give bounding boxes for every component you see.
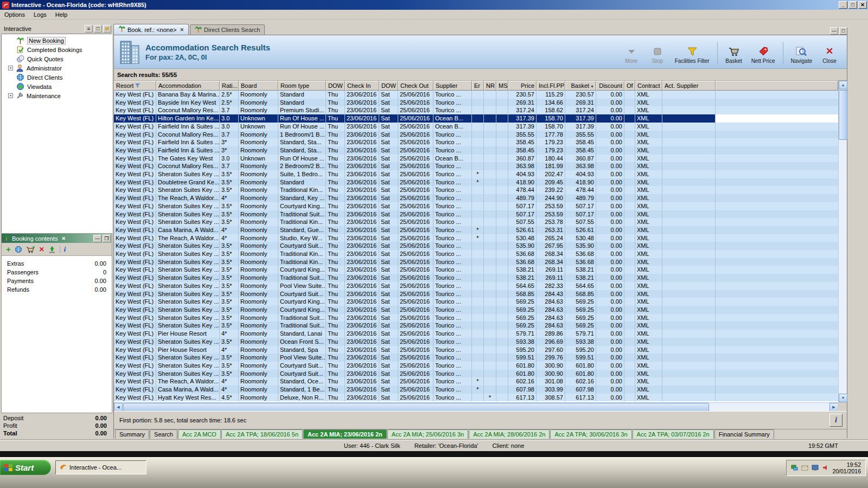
- column-header-0[interactable]: Resort: [114, 81, 156, 91]
- info-button[interactable]: i: [829, 414, 843, 427]
- tray-network-icon[interactable]: [791, 464, 798, 472]
- table-row[interactable]: Key West (FL)Sheraton Suites Key ...3.5*…: [114, 210, 838, 219]
- expand-plus-icon[interactable]: +: [8, 66, 13, 70]
- tab-close-icon[interactable]: ✕: [180, 27, 184, 33]
- delete-item-icon[interactable]: ✕: [39, 246, 44, 253]
- column-header-1[interactable]: Accommodation: [156, 81, 220, 91]
- table-row[interactable]: Key West (FL)Bayside Inn Key West2.5*Roo…: [114, 99, 838, 107]
- h-scroll-thumb[interactable]: [123, 403, 709, 412]
- scroll-down-button[interactable]: ▼: [839, 394, 847, 402]
- table-row[interactable]: Key West (FL)Hilton Garden Inn Ke...3.0U…: [114, 114, 838, 123]
- table-row[interactable]: Key West (FL)Sheraton Suites Key ...3.5*…: [114, 218, 838, 226]
- table-row[interactable]: Key West (FL)The Gates Key West3.0Unknow…: [114, 155, 838, 163]
- list-item-refunds[interactable]: Refunds 0.00: [2, 285, 112, 294]
- stop-button[interactable]: Stop: [646, 44, 669, 66]
- table-row[interactable]: Key West (FL)Sheraton Suites Key ...3.5*…: [114, 202, 838, 210]
- list-item-passengers[interactable]: Passengers 0: [2, 268, 112, 277]
- sidebar-item-new-booking[interactable]: New Booking: [2, 36, 112, 45]
- sidebar-item-direct-clients[interactable]: Direct Clients: [2, 73, 112, 82]
- start-button[interactable]: Start: [0, 460, 51, 475]
- scroll-left-button[interactable]: ◀: [114, 403, 123, 412]
- menu-logs[interactable]: Logs: [29, 11, 51, 18]
- table-row[interactable]: Key West (FL)The Reach, A Waldor...4*Roo…: [114, 194, 838, 202]
- column-header-2[interactable]: Rati...: [220, 81, 239, 91]
- nett-price-button[interactable]: Nett Price: [748, 44, 778, 66]
- basket-button[interactable]: Basket: [722, 44, 746, 66]
- session-tab-6[interactable]: Acc 2A MIA; 28/06/2016 2n: [469, 429, 550, 439]
- table-row[interactable]: Key West (FL)Sheraton Suites Key ...3.5*…: [114, 290, 838, 298]
- table-row[interactable]: Key West (FL)The Reach, A Waldor...4*Roo…: [114, 234, 838, 242]
- panel-switch-icon[interactable]: ⇄: [103, 25, 111, 33]
- tab-booking-ref[interactable]: Book. ref.: <none> ✕: [113, 24, 189, 35]
- column-header-6[interactable]: Check In: [345, 81, 379, 91]
- column-header-7[interactable]: DOW: [379, 81, 398, 91]
- table-row[interactable]: Key West (FL)Coconut Mallory Res...3.7Ro…: [114, 162, 838, 170]
- table-row[interactable]: Key West (FL)Sheraton Suites Key ...3.5*…: [114, 274, 838, 282]
- column-header-12[interactable]: MS: [496, 81, 508, 91]
- panel-maximize-button[interactable]: □: [839, 27, 847, 35]
- table-row[interactable]: Key West (FL)Sheraton Suites Key ...3.5*…: [114, 338, 838, 346]
- column-header-9[interactable]: Supplier: [433, 81, 472, 91]
- column-header-19[interactable]: Act. Supplier: [662, 81, 716, 91]
- table-row[interactable]: Key West (FL)Banana Bay & Marina...2.5*R…: [114, 91, 838, 99]
- table-row[interactable]: Key West (FL)Sheraton Suites Key ...3.5*…: [114, 186, 838, 194]
- column-header-4[interactable]: Room type: [278, 81, 326, 91]
- vertical-scrollbar[interactable]: ▲ ▼: [838, 81, 847, 402]
- list-item-payments[interactable]: Payments 0.00: [2, 277, 112, 285]
- export-up-icon[interactable]: [48, 246, 56, 253]
- column-header-8[interactable]: Check Out: [398, 81, 433, 91]
- filter-icon[interactable]: [135, 82, 140, 89]
- session-tab-0[interactable]: Summary: [115, 429, 149, 439]
- column-header-5[interactable]: DOW: [326, 81, 345, 91]
- table-row[interactable]: Key West (FL)Hyatt Key West Res...4.5*Ro…: [114, 394, 838, 402]
- sidebar-item-quick-quotes[interactable]: Quick Quotes: [2, 54, 112, 63]
- table-row[interactable]: Key West (FL)Sheraton Suites Key ...3.5*…: [114, 362, 838, 370]
- table-row[interactable]: Key West (FL)Sheraton Suites Key ...3.5*…: [114, 298, 838, 306]
- table-row[interactable]: Key West (FL)Fairfield Inn & Suites ...3…: [114, 138, 838, 146]
- table-row[interactable]: Key West (FL)Sheraton Suites Key ...3.5*…: [114, 170, 838, 178]
- table-row[interactable]: Key West (FL)Casa Marina, A Wald...4*Roo…: [114, 386, 838, 394]
- sidebar-item-maintenance[interactable]: + Maintenance: [2, 91, 112, 100]
- taskbar-task-interactive[interactable]: Interactive - Ocea...: [55, 460, 146, 474]
- column-header-15[interactable]: Basket▼: [565, 81, 596, 91]
- column-header-10[interactable]: Er: [472, 81, 484, 91]
- session-tab-9[interactable]: Financial Summary: [714, 429, 774, 439]
- column-header-3[interactable]: Board: [239, 81, 278, 91]
- table-row[interactable]: Key West (FL)Coconut Mallory Res...3.7Ro…: [114, 106, 838, 114]
- table-row[interactable]: Key West (FL)The Reach, A Waldor...4*Roo…: [114, 377, 838, 386]
- web-globe-icon[interactable]: [15, 246, 22, 253]
- table-row[interactable]: Key West (FL)Sheraton Suites Key ...3.5*…: [114, 370, 838, 378]
- tab-direct-clients-search[interactable]: Direct Clients Search: [190, 24, 265, 35]
- table-row[interactable]: Key West (FL)Sheraton Suites Key ...3.5*…: [114, 250, 838, 258]
- table-row[interactable]: Key West (FL)Casa Marina, A Wald...4*Roo…: [114, 226, 838, 234]
- table-row[interactable]: Key West (FL)Coconut Mallory Res...3.7Ro…: [114, 131, 838, 139]
- table-row[interactable]: Key West (FL)Fairfield Inn & Suites ...3…: [114, 123, 838, 131]
- window-close-button[interactable]: ✕: [858, 1, 867, 9]
- table-row[interactable]: Key West (FL)Pier House Resort4*Roomonly…: [114, 346, 838, 354]
- table-row[interactable]: Key West (FL)Doubletree Grand Ke...3.5*R…: [114, 178, 838, 187]
- more-button[interactable]: More: [620, 44, 643, 66]
- panel-minimize-button[interactable]: —: [830, 27, 838, 35]
- session-tab-8[interactable]: Acc 2A TPA; 03/07/2016 2n: [633, 429, 714, 439]
- booking-contents-minimize-button[interactable]: —: [93, 235, 101, 242]
- column-header-11[interactable]: NR: [484, 81, 496, 91]
- expand-plus-icon[interactable]: +: [8, 93, 13, 98]
- add-item-icon[interactable]: +: [6, 245, 11, 254]
- column-header-13[interactable]: Price: [508, 81, 537, 91]
- table-row[interactable]: Key West (FL)Pier House Resort4*Roomonly…: [114, 330, 838, 338]
- column-header-18[interactable]: Contract: [635, 81, 662, 91]
- table-row[interactable]: Key West (FL)Sheraton Suites Key ...3.5*…: [114, 314, 838, 322]
- table-row[interactable]: Key West (FL)Sheraton Suites Key ...3.5*…: [114, 322, 838, 330]
- menu-options[interactable]: Options: [0, 11, 29, 18]
- info-icon[interactable]: i: [64, 245, 66, 254]
- sidebar-item-administrator[interactable]: + Administrator: [2, 63, 112, 73]
- panel-float-icon[interactable]: □: [94, 25, 102, 33]
- booking-contents-restore-button[interactable]: ❐: [103, 235, 111, 242]
- tray-display-icon[interactable]: [812, 464, 819, 472]
- scroll-up-button[interactable]: ▲: [839, 81, 847, 89]
- booking-contents-close-icon[interactable]: ✕: [60, 236, 67, 241]
- table-row[interactable]: Key West (FL)Sheraton Suites Key ...3.5*…: [114, 306, 838, 314]
- window-minimize-button[interactable]: _: [839, 1, 847, 9]
- table-row[interactable]: Key West (FL)Fairfield Inn & Suites ...3…: [114, 146, 838, 155]
- facilities-filter-button[interactable]: Facilities Filter: [672, 44, 713, 66]
